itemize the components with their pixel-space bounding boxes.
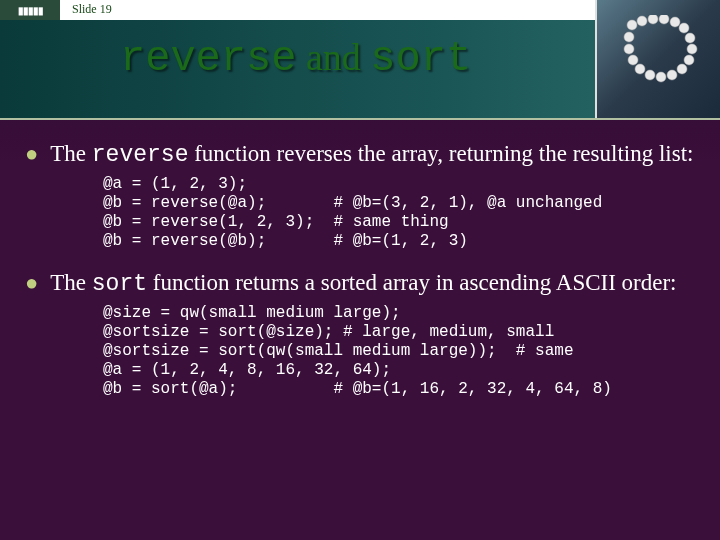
title-code-2: sort: [370, 35, 471, 83]
b1-code: reverse: [92, 142, 189, 168]
b1-post: function reverses the array, returning t…: [188, 141, 693, 166]
code-block-1: @a = (1, 2, 3); @b = reverse(@a); # @b=(…: [103, 175, 700, 251]
svg-point-4: [670, 17, 680, 27]
code-block-2: @size = qw(small medium large); @sortsiz…: [103, 304, 700, 399]
bullet-2-text: The sort function returns a sorted array…: [50, 269, 700, 298]
logo-bars-icon: ▮▮▮▮▮: [18, 5, 43, 16]
title-mid: and: [296, 36, 370, 78]
b2-post: function returns a sorted array in ascen…: [147, 270, 676, 295]
svg-point-11: [656, 72, 666, 82]
bullet-2: ● The sort function returns a sorted arr…: [25, 269, 700, 298]
svg-point-14: [628, 55, 638, 65]
b2-code: sort: [92, 271, 147, 297]
svg-point-16: [624, 32, 634, 42]
bullet-1-text: The reverse function reverses the array,…: [50, 140, 700, 169]
svg-point-3: [659, 15, 669, 24]
slide-header: ▮▮▮▮▮ Slide 19 reverse and sort: [0, 0, 720, 120]
svg-point-0: [627, 20, 637, 30]
slide-title: reverse and sort: [120, 35, 471, 83]
slide-content: ● The reverse function reverses the arra…: [25, 140, 700, 417]
b1-pre: The: [50, 141, 92, 166]
title-code-1: reverse: [120, 35, 296, 83]
svg-point-5: [679, 23, 689, 33]
b2-pre: The: [50, 270, 92, 295]
svg-point-12: [645, 70, 655, 80]
bullet-icon: ●: [25, 269, 38, 298]
svg-point-1: [637, 16, 647, 26]
svg-point-2: [648, 15, 658, 24]
pearls-icon: [622, 15, 702, 85]
bullet-icon: ●: [25, 140, 38, 169]
svg-point-7: [687, 44, 697, 54]
svg-point-13: [635, 64, 645, 74]
divider-line: [0, 118, 720, 120]
svg-point-10: [667, 70, 677, 80]
svg-point-9: [677, 64, 687, 74]
decorative-image: [595, 0, 720, 120]
bullet-1: ● The reverse function reverses the arra…: [25, 140, 700, 169]
slide-number: Slide 19: [72, 2, 112, 17]
svg-point-6: [685, 33, 695, 43]
svg-point-15: [624, 44, 634, 54]
logo: ▮▮▮▮▮: [0, 0, 60, 20]
svg-point-8: [684, 55, 694, 65]
